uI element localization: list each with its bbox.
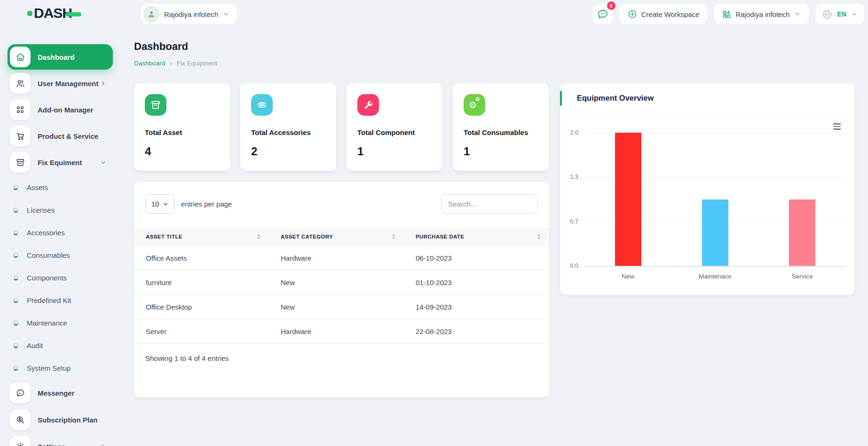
sidebar-item-fix-equiment[interactable]: Fix Equiment: [8, 150, 113, 175]
table-row[interactable]: Server Hardware 22-08-2023: [134, 319, 549, 344]
messages-badge: 0: [607, 1, 615, 10]
table-row[interactable]: Office Assets Hardware 06-10-2023: [134, 246, 549, 271]
table-footer-status: Showing 1 to 4 of 4 entries: [134, 344, 549, 373]
gears-icon: ⚙⚙: [464, 94, 485, 116]
cell-purchase-date: 06-10-2023: [404, 246, 549, 271]
stat-value: 1: [464, 145, 538, 158]
bullet-icon: [13, 230, 18, 235]
language-code: EN: [837, 10, 846, 18]
table-row[interactable]: Office Desktop New 14-09-2023: [134, 295, 549, 319]
sidebar-item-consumables[interactable]: Consumables: [8, 244, 113, 266]
sidebar-item-user-management[interactable]: User Management: [8, 71, 113, 96]
sidebar-item-label: User Management: [38, 80, 98, 88]
sort-icon[interactable]: [392, 234, 395, 239]
equipment-overview-card: Equipment Overview 2.01.30.70.0NewMainte…: [560, 83, 854, 295]
column-header-purchase-date[interactable]: PURCHASE DATE: [404, 228, 549, 246]
sub-item-label: Assets: [27, 183, 48, 191]
sidebar-item-assets[interactable]: Assets: [8, 176, 113, 199]
cell-asset-title: furniture: [134, 271, 269, 295]
bullet-icon: [13, 343, 18, 348]
cell-asset-title: Office Desktop: [134, 295, 269, 319]
x-axis-tick: [759, 266, 759, 269]
breadcrumb-home-link[interactable]: Dashboard: [134, 60, 165, 67]
sidebar-item-messenger[interactable]: Messenger: [8, 380, 113, 406]
column-header-asset-category[interactable]: ASSET CATEGORY: [269, 228, 404, 246]
workspace-name: Rajodiya infotech: [164, 10, 218, 18]
messages-button[interactable]: 0: [592, 4, 613, 24]
bar-cell: [584, 133, 671, 266]
box-icon: [145, 94, 166, 116]
sub-item-label: Licenses: [27, 206, 55, 214]
gear-icon: [10, 436, 31, 446]
gridline: [584, 266, 846, 267]
bar-cell: [759, 133, 846, 266]
app-logo: DASH: [27, 6, 81, 20]
logo-dot: [27, 11, 32, 16]
sidebar-item-subscription-plan[interactable]: Subscription Plan: [8, 407, 113, 432]
stat-card-total-asset: Total Asset 4: [134, 83, 230, 171]
workspace-menu-button[interactable]: Rajodiya infotech: [714, 4, 809, 24]
sub-item-label: Predefined Kit: [27, 296, 71, 304]
stat-label: Total Accessories: [251, 128, 325, 136]
sub-item-label: Maintenance: [27, 319, 67, 327]
sidebar-item-licenses[interactable]: Licenses: [8, 199, 113, 221]
sub-item-label: Audit: [27, 342, 43, 350]
sidebar-item-audit[interactable]: Audit: [8, 334, 113, 357]
breadcrumb: Dashboard › Fix Equipment: [134, 59, 217, 67]
cell-asset-category: Hardware: [269, 319, 404, 344]
sort-icon[interactable]: [257, 234, 260, 239]
sidebar-item-label: Settings: [38, 443, 65, 446]
language-selector[interactable]: EN: [815, 4, 864, 24]
chevron-down-icon: [223, 11, 229, 17]
users-icon: [10, 73, 31, 94]
stat-label: Total Component: [357, 128, 432, 136]
create-workspace-button[interactable]: Create Workspace: [619, 4, 708, 24]
y-axis-tick-label: 2.0: [570, 129, 578, 136]
sidebar: Dashboard User Management Add-on Manager…: [8, 44, 113, 446]
x-axis-label: Service: [759, 273, 846, 280]
y-axis-tick-label: 1.3: [570, 174, 578, 180]
bar-service: [789, 199, 815, 266]
sidebar-item-system-setup[interactable]: System Setup: [8, 357, 113, 379]
page-title: Dashboard: [134, 40, 188, 53]
sidebar-item-accessories[interactable]: Accessories: [8, 221, 113, 244]
bullet-icon: [13, 253, 18, 258]
search-input[interactable]: [441, 194, 538, 214]
cell-purchase-date: 01-10-2023: [404, 271, 549, 295]
stat-card-total-accessories: Total Accessories 2: [240, 83, 336, 171]
bullet-icon: [13, 275, 18, 280]
table-row[interactable]: furniture New 01-10-2023: [134, 271, 549, 295]
sidebar-item-predefined-kit[interactable]: Predefined Kit: [8, 289, 113, 311]
archive-box-icon: [10, 152, 31, 173]
breadcrumb-current: Fix Equipment: [177, 60, 217, 67]
x-axis-tick: [671, 266, 672, 269]
stat-value: 1: [357, 145, 432, 158]
entries-per-page-label: entries per page: [181, 200, 232, 208]
x-axis-labels: NewMaintenaceService: [584, 273, 846, 280]
sidebar-item-addon-manager[interactable]: Add-on Manager: [8, 97, 113, 122]
sidebar-item-product-service[interactable]: Product & Service: [8, 123, 113, 149]
entries-per-page-select[interactable]: 10: [145, 194, 174, 214]
bullet-icon: [13, 207, 18, 213]
sidebar-item-settings[interactable]: Settings: [8, 434, 113, 446]
sub-item-label: Components: [27, 274, 67, 282]
sort-icon[interactable]: [537, 234, 541, 239]
sub-item-label: System Setup: [27, 364, 71, 372]
logo-dash-bar: [65, 12, 81, 16]
sidebar-item-label: Messenger: [38, 389, 74, 397]
workspace-selector[interactable]: Rajodiya infotech: [141, 4, 237, 24]
sidebar-item-dashboard[interactable]: Dashboard: [8, 44, 113, 70]
bullet-icon: [13, 320, 18, 326]
sidebar-item-components[interactable]: Components: [8, 266, 113, 289]
cell-purchase-date: 14-09-2023: [404, 295, 549, 319]
chevron-down-icon: [851, 11, 858, 17]
stat-label: Total Consumables: [464, 128, 538, 136]
home-icon: [10, 47, 31, 67]
plus-circle-icon: [628, 9, 637, 19]
sidebar-item-maintenance[interactable]: Maintenance: [8, 311, 113, 334]
chat-icon: [597, 8, 608, 20]
column-header-asset-title[interactable]: ASSET TITLE: [134, 228, 269, 246]
bar-cell: [671, 133, 758, 266]
bullet-icon: [13, 298, 18, 303]
chart-menu-icon[interactable]: [832, 122, 842, 131]
